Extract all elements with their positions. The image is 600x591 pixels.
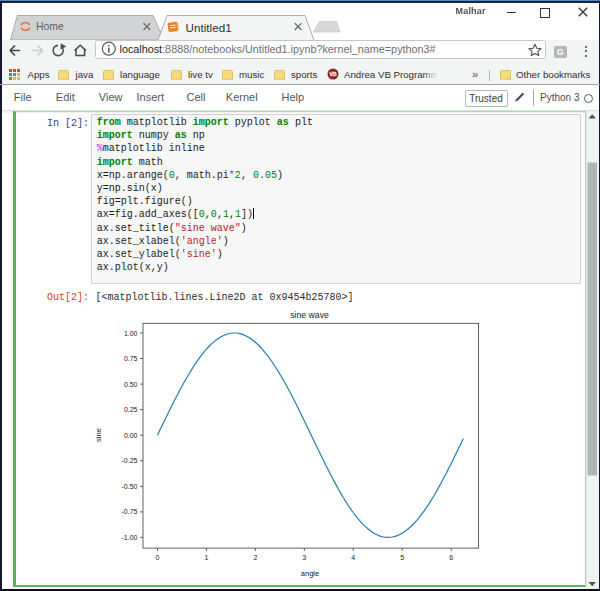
- svg-text:4: 4: [351, 554, 355, 561]
- svg-text:3: 3: [302, 554, 306, 561]
- svg-text:1: 1: [204, 554, 208, 561]
- svg-text:1.00: 1.00: [124, 330, 138, 337]
- svg-text:0.00: 0.00: [124, 432, 138, 439]
- svg-text:0.75: 0.75: [124, 355, 138, 362]
- svg-text:VB: VB: [329, 71, 337, 77]
- svg-text:6: 6: [449, 554, 453, 561]
- svg-text:sine wave: sine wave: [290, 310, 329, 320]
- svg-text:sine: sine: [94, 428, 103, 442]
- svg-text:0.25: 0.25: [124, 406, 138, 413]
- svg-text:0.50: 0.50: [124, 381, 138, 388]
- svg-text:-0.25: -0.25: [122, 457, 138, 464]
- svg-text:2: 2: [253, 554, 257, 561]
- svg-text:5: 5: [400, 554, 404, 561]
- svg-text:-1.00: -1.00: [122, 534, 138, 541]
- svg-text:-0.50: -0.50: [122, 483, 138, 490]
- svg-text:0: 0: [156, 554, 160, 561]
- svg-text:angle: angle: [301, 569, 319, 578]
- svg-text:-0.75: -0.75: [122, 508, 138, 515]
